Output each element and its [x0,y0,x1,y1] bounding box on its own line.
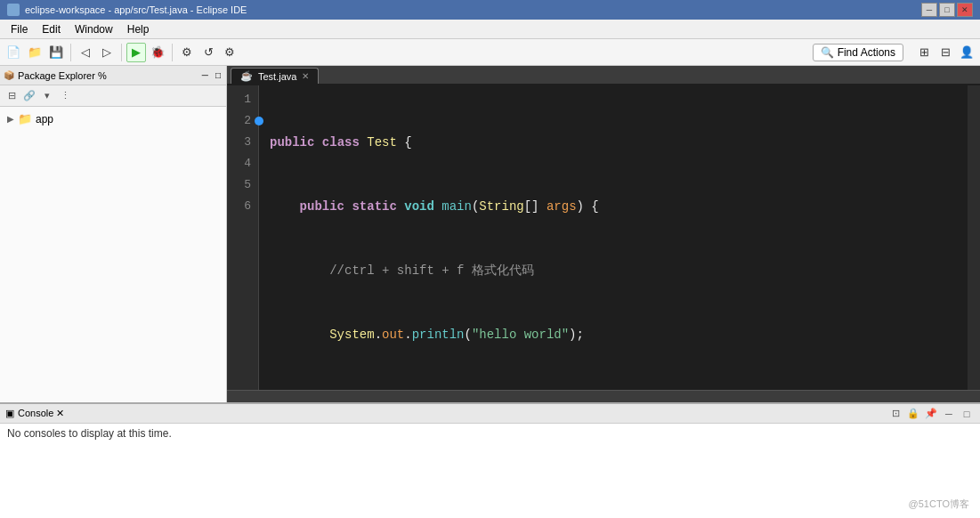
maximize-panel-button[interactable]: □ [214,70,223,80]
code-editor[interactable]: 1 2 3 4 5 6 public class Test { public s… [227,85,980,390]
panels: 📦 Package Explorer % ─ □ ⊟ 🔗 ▾ ⋮ ▶ 📁 app [0,66,980,402]
title-text: eclipse-workspace - app/src/Test.java - … [25,4,247,15]
save-button[interactable]: 💾 [46,43,66,62]
explorer-toolbar: ⊟ 🔗 ▾ ⋮ [0,85,226,107]
console-scroll-button[interactable]: 🔒 [905,406,921,422]
profile-button[interactable]: 👤 [957,43,976,62]
line-num-5: 5 [234,174,251,196]
explorer-content: ▶ 📁 app [0,107,226,402]
console-content: No consoles to display at this time. [0,424,980,518]
title-bar: eclipse-workspace - app/src/Test.java - … [0,0,980,20]
explorer-more-button[interactable]: ⋮ [57,88,73,104]
toolbar-sep-2 [121,44,122,61]
tab-file-icon: ☕ [240,70,253,82]
forward-button[interactable]: ▷ [97,43,117,62]
collapse-all-button[interactable]: ⊟ [4,88,20,104]
console-maximize-button[interactable]: □ [959,406,975,422]
explorer-settings-button[interactable]: ▾ [39,88,55,104]
back-button[interactable]: ◁ [76,43,95,62]
console-toolbar: ⊡ 🔒 📌 ─ □ [887,406,975,422]
new-button[interactable]: 📄 [4,43,23,62]
menu-edit[interactable]: Edit [35,21,68,37]
breakpoint [255,117,263,125]
perspective-button[interactable]: ⊞ [914,43,934,62]
link-editor-button[interactable]: 🔗 [21,88,37,104]
search-icon: 🔍 [821,46,834,59]
menu-bar: File Edit Window Help [0,20,980,39]
code-line-1: public class Test { [270,132,957,153]
code-line-2: public static void main(String[] args) { [270,196,957,217]
editor-scrollbar-right[interactable] [968,85,980,390]
open-button[interactable]: 📁 [25,43,45,62]
tab-label: Test.java [258,71,296,82]
run-button[interactable]: ▶ [126,43,146,62]
console-minimize-button[interactable]: ─ [941,406,957,422]
find-actions-button[interactable]: 🔍 Find Actions [813,44,903,61]
close-button[interactable]: ✕ [957,3,973,17]
menu-file[interactable]: File [4,21,35,37]
find-actions-area: 🔍 Find Actions ⊞ ⊟ 👤 [813,43,976,62]
code-content[interactable]: public class Test { public static void m… [259,85,968,390]
debug-button[interactable]: 🐞 [148,43,167,62]
tree-item-label: app [36,113,53,125]
editor-tab-test-java[interactable]: ☕ Test.java ✕ [231,68,319,84]
console-title: Console ✕ [18,408,884,419]
tab-close-button[interactable]: ✕ [302,71,309,81]
minimize-button[interactable]: ─ [921,3,937,17]
refresh-button[interactable]: ↺ [198,43,218,62]
code-line-3: //ctrl + shift + f 格式化代码 [270,260,957,281]
settings-button[interactable]: ⚙ [220,43,239,62]
line-num-4: 4 [234,153,251,174]
app-icon [7,4,20,16]
package-explorer-header: 📦 Package Explorer % ─ □ [0,66,226,85]
watermark: @51CTO博客 [909,498,969,511]
editor-tabs: ☕ Test.java ✕ [227,66,980,85]
line-num-1: 1 [234,89,251,110]
console-icon: ▣ [5,408,14,419]
package-explorer-panel: 📦 Package Explorer % ─ □ ⊟ 🔗 ▾ ⋮ ▶ 📁 app [0,66,227,402]
main-area: 📦 Package Explorer % ─ □ ⊟ 🔗 ▾ ⋮ ▶ 📁 app [0,66,980,518]
line-numbers: 1 2 3 4 5 6 [227,85,259,390]
folder-icon: 📁 [18,112,32,125]
console-header: ▣ Console ✕ ⊡ 🔒 📌 ─ □ [0,404,980,424]
code-line-4: System.out.println("hello world"); [270,324,957,345]
editor-area: ☕ Test.java ✕ 1 2 3 4 5 6 public class [227,66,980,402]
build-button[interactable]: ⚙ [177,43,197,62]
tree-arrow: ▶ [7,114,14,124]
horizontal-scrollbar[interactable] [227,390,980,402]
line-num-2: 2 [234,110,251,132]
find-actions-label: Find Actions [838,46,895,59]
console-pin-button[interactable]: 📌 [923,406,939,422]
layout-button[interactable]: ⊟ [935,43,955,62]
main-toolbar: 📄 📁 💾 ◁ ▷ ▶ 🐞 ⚙ ↺ ⚙ 🔍 Find Actions ⊞ ⊟ 👤 [0,39,980,66]
line-num-3: 3 [234,132,251,153]
menu-help[interactable]: Help [120,21,157,37]
toolbar-sep-1 [70,44,71,61]
console-clear-button[interactable]: ⊡ [887,406,903,422]
tree-item-app[interactable]: ▶ 📁 app [0,110,226,127]
explorer-icon: 📦 [4,70,14,80]
minimize-panel-button[interactable]: ─ [200,70,210,80]
explorer-title: Package Explorer % [18,70,197,81]
console-message: No consoles to display at this time. [7,427,172,440]
menu-window[interactable]: Window [68,21,120,37]
line-num-6: 6 [234,196,251,217]
toolbar-sep-3 [172,44,173,61]
maximize-button[interactable]: □ [939,3,955,17]
console-panel: ▣ Console ✕ ⊡ 🔒 📌 ─ □ No consoles to dis… [0,402,980,518]
